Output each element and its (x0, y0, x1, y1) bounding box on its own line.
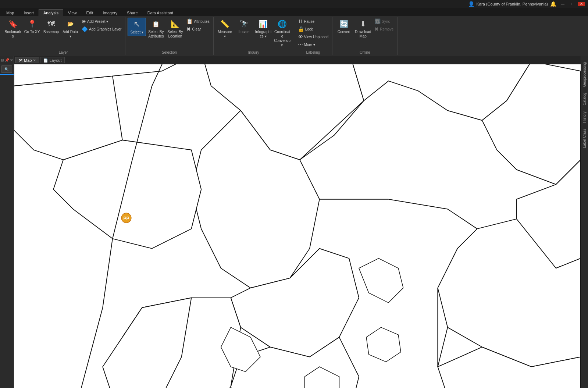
sync-icon: 🔃 (374, 18, 381, 24)
ribbon: Map Insert Analysis View Edit Imagery Sh… (0, 8, 588, 56)
select-by-location-icon: 📐 (170, 19, 180, 29)
group-selection: ↖ Select ▾ 📋 Select By Attributes 📐 Sele… (125, 17, 213, 55)
minimize-button[interactable]: — (559, 2, 567, 6)
clear-button[interactable]: ✖ Clear (185, 25, 211, 33)
add-preset-button[interactable]: ⊕ Add Preset ▾ (80, 18, 123, 25)
locate-label: Locate (239, 30, 250, 34)
sync-label: Sync (382, 19, 390, 24)
offline-group-content: 🔄 Convert ⬇ Download Map 🔃 Sync ✖ Remove (335, 18, 395, 54)
select-by-attributes-button[interactable]: 📋 Select By Attributes (147, 18, 165, 40)
search-box[interactable]: 🔍 (1, 65, 12, 73)
user-info[interactable]: Kara (County of Franklin, Pennsylvania) (477, 2, 548, 6)
add-data-icon: 📂 (65, 19, 75, 29)
basemap-button[interactable]: 🗺 Basemap (42, 18, 60, 35)
more-icon: ⋯ (298, 42, 303, 47)
panel-close-icon[interactable]: ✕ (10, 58, 13, 62)
tab-map[interactable]: Map (1, 9, 19, 16)
pause-label: Pause (304, 19, 314, 24)
measure-button[interactable]: 📏 Measure ▾ (216, 18, 234, 40)
inquiry-group-content: 📏 Measure ▾ 🔭 Locate 📊 Infographics ▾ 🌐 … (216, 18, 292, 54)
basemap-icon: 🗺 (46, 19, 56, 29)
sidebar-tab-label-class[interactable]: Label Class (581, 127, 588, 150)
add-data-label: Add Data ▾ (62, 30, 79, 39)
clear-label: Clear (192, 27, 201, 31)
layout-tab-label: Layout (49, 58, 61, 63)
locate-button[interactable]: 🔭 Locate (235, 18, 253, 35)
layer-small-buttons: ⊕ Add Preset ▾ 🔷 Add Graphics Layer (80, 18, 123, 33)
tab-share[interactable]: Share (122, 9, 142, 16)
layout-tab[interactable]: 📄 Layout (40, 57, 65, 63)
lock-button[interactable]: 🔒 Lock (296, 25, 330, 33)
notification-icon[interactable]: 🔔 (550, 1, 556, 7)
ribbon-body: 🔖 Bookmarks 📍 Go To XY 🗺 Basemap 📂 Add D… (0, 16, 588, 56)
labeling-stack: ⏸ Pause 🔒 Lock 👁 View Unplaced ⋯ More ▾ (296, 18, 330, 48)
remove-label: Remove (380, 27, 393, 31)
attributes-button[interactable]: 📋 Attributes (185, 18, 211, 25)
selection-small-buttons: 📋 Attributes ✖ Clear (185, 18, 211, 33)
convert-button[interactable]: 🔄 Convert (335, 18, 353, 35)
panel-collapse-icon[interactable]: ⊟ (1, 58, 4, 62)
tab-view[interactable]: View (63, 9, 82, 16)
group-offline: 🔄 Convert ⬇ Download Map 🔃 Sync ✖ Remove (332, 17, 398, 55)
tab-analysis[interactable]: Analysis (39, 9, 63, 16)
select-by-location-button[interactable]: 📐 Select By Location (166, 18, 184, 40)
group-layer: 🔖 Bookmarks 📍 Go To XY 🗺 Basemap 📂 Add D… (1, 17, 125, 55)
map-tab[interactable]: 🗺 Map ✕ (15, 57, 39, 63)
select-icon: ↖ (132, 19, 142, 29)
coordinate-conversion-button[interactable]: 🌐 Coordinate Conversion (273, 18, 292, 49)
inquiry-group-label: Inquiry (214, 50, 294, 54)
convert-icon: 🔄 (339, 19, 349, 29)
sidebar-tab-catalog[interactable]: Catalog (581, 90, 588, 107)
download-map-icon: ⬇ (358, 19, 368, 29)
more-button[interactable]: ⋯ More ▾ (296, 41, 330, 48)
clear-icon: ✖ (186, 26, 191, 32)
go-to-xy-button[interactable]: 📍 Go To XY (23, 18, 41, 35)
offline-group-label: Offline (332, 50, 397, 54)
remove-button[interactable]: ✖ Remove (373, 25, 395, 33)
add-graphics-label: Add Graphics Layer (89, 27, 121, 31)
go-to-xy-icon: 📍 (27, 19, 37, 29)
blue-highlight-bar (0, 74, 14, 75)
tab-imagery[interactable]: Imagery (98, 9, 122, 16)
sync-button[interactable]: 🔃 Sync (373, 18, 395, 25)
marker-pp: PP (121, 213, 131, 223)
add-preset-label: Add Preset ▾ (87, 19, 108, 24)
map-tab-label: Map (24, 58, 32, 63)
sidebar-tab-history[interactable]: History (581, 109, 588, 125)
infographics-button[interactable]: 📊 Infographics ▾ (254, 18, 272, 40)
bookmarks-button[interactable]: 🔖 Bookmarks (4, 18, 22, 40)
svg-text:PP: PP (123, 216, 129, 221)
infographics-label: Infographics ▾ (255, 30, 272, 39)
layer-group-content: 🔖 Bookmarks 📍 Go To XY 🗺 Basemap 📂 Add D… (4, 18, 123, 54)
maximize-button[interactable]: □ (569, 2, 575, 6)
add-graphics-layer-button[interactable]: 🔷 Add Graphics Layer (80, 25, 123, 33)
map-canvas[interactable]: A B PP (14, 64, 581, 388)
measure-icon: 📏 (220, 19, 230, 29)
tab-data-assistant[interactable]: Data Assistant (143, 9, 178, 16)
tab-bar: 🗺 Map ✕ 📄 Layout (14, 56, 581, 64)
select-by-location-label: Select By Location (167, 30, 183, 39)
layer-group-label: Layer (1, 50, 125, 54)
locate-icon: 🔭 (239, 19, 249, 29)
tab-edit[interactable]: Edit (82, 9, 98, 16)
close-button[interactable]: ✕ (578, 2, 585, 6)
right-sidebar: Geoprocessing Catalog History Label Clas… (581, 56, 588, 388)
select-button[interactable]: ↖ Select ▾ (128, 18, 146, 36)
view-unplaced-button[interactable]: 👁 View Unplaced (296, 33, 330, 40)
map-svg: A B PP (14, 64, 581, 388)
add-preset-icon: ⊕ (82, 18, 86, 24)
sidebar-tab-geoprocessing[interactable]: Geoprocessing (581, 60, 588, 89)
go-to-xy-label: Go To XY (24, 30, 40, 34)
pause-button[interactable]: ⏸ Pause (296, 18, 330, 25)
more-label: More ▾ (304, 43, 316, 47)
search-icon: 🔍 (4, 67, 9, 71)
remove-icon: ✖ (374, 26, 379, 32)
tab-insert[interactable]: Insert (19, 9, 39, 16)
download-map-button[interactable]: ⬇ Download Map (354, 18, 372, 40)
panel-pin-icon[interactable]: 📌 (5, 58, 9, 62)
add-data-button[interactable]: 📂 Add Data ▾ (61, 18, 79, 40)
add-graphics-icon: 🔷 (82, 26, 88, 32)
labeling-group-content: ⏸ Pause 🔒 Lock 👁 View Unplaced ⋯ More ▾ (296, 18, 330, 54)
title-bar: 👤 Kara (County of Franklin, Pennsylvania… (0, 0, 588, 8)
map-tab-close[interactable]: ✕ (33, 58, 36, 62)
